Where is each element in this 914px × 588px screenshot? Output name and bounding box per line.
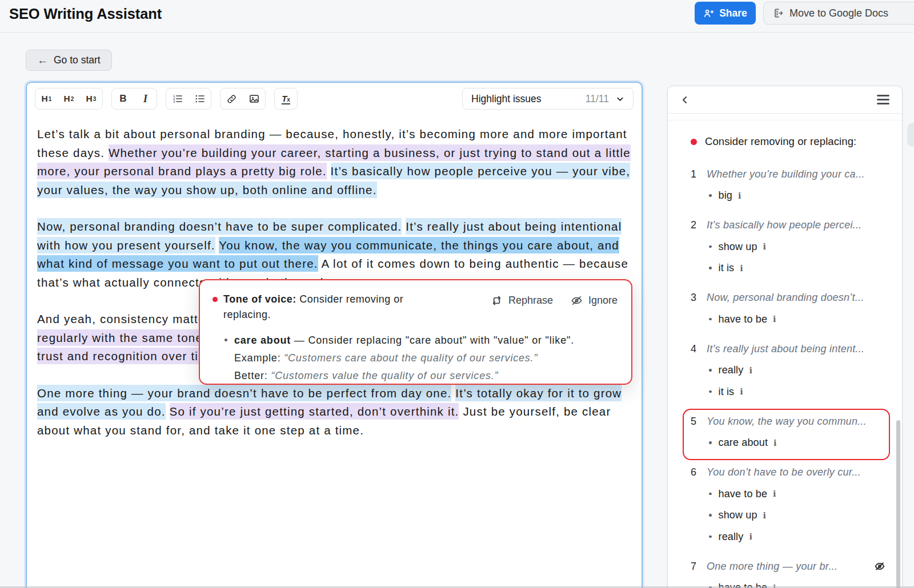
ordered-list-button[interactable]: 123 <box>166 88 189 109</box>
issue-term-row[interactable]: care aboutℹ <box>691 436 902 450</box>
issue-term: big <box>719 190 732 202</box>
issue-sentence[interactable]: 4It’s really just about being intent... <box>691 341 902 356</box>
issue-sentence[interactable]: 2It’s basically how people percei... <box>691 218 902 233</box>
highlighted-sentence[interactable]: more, your personal brand plays a pretty… <box>37 163 327 179</box>
info-icon[interactable]: ℹ <box>740 264 743 273</box>
issue-term-row[interactable]: it isℹ <box>691 261 902 276</box>
issue-term-row[interactable]: have to beℹ <box>691 486 902 501</box>
bullet-dot <box>709 535 712 538</box>
bold-button[interactable]: B <box>112 88 134 109</box>
bullet-dot <box>709 245 712 248</box>
issue-group: 6You don’t have to be overly cur...have … <box>691 465 902 545</box>
link-button[interactable] <box>221 88 243 109</box>
issue-sentence[interactable]: 6You don’t have to be overly cur... <box>691 465 902 480</box>
ignore-button[interactable]: Ignore <box>570 293 618 308</box>
bullet-dot <box>709 318 712 321</box>
issues-section-title: Consider removing or replacing: <box>691 134 902 149</box>
issue-term: care about <box>719 437 768 449</box>
share-button[interactable]: Share <box>695 2 756 25</box>
issue-sentence-preview: One more thing — your br... <box>707 561 837 573</box>
issue-term-row[interactable]: show upℹ <box>691 508 902 523</box>
issue-term: it is <box>719 262 735 274</box>
issue-number: 3 <box>691 292 707 304</box>
go-to-start-button[interactable]: ← Go to start <box>26 50 112 71</box>
issues-sidebar: Consider removing or replacing: 1Whether… <box>667 86 903 588</box>
highlighted-sentence[interactable]: It’s totally okay for it to grow <box>455 385 622 401</box>
h1-button[interactable]: H1 <box>35 88 58 109</box>
issue-group: 3Now, personal branding doesn’t...have t… <box>691 291 902 327</box>
issue-number: 6 <box>691 466 707 478</box>
highlighted-sentence[interactable]: your values, the way you show up, both o… <box>37 182 377 198</box>
divider <box>668 120 902 120</box>
h2-button[interactable]: H2 <box>58 88 80 109</box>
rephrase-button[interactable]: Rephrase <box>490 293 553 308</box>
issue-category: Tone of voice: <box>223 293 296 305</box>
issue-term-row[interactable]: reallyℹ <box>691 363 902 378</box>
image-button[interactable] <box>243 88 265 109</box>
highlight-issues-dropdown[interactable]: Highlight issues 11/11 <box>462 88 634 110</box>
highlighted-sentence[interactable]: It’s basically how people perceive you —… <box>331 163 631 179</box>
issue-term-row[interactable]: show upℹ <box>691 239 902 254</box>
page-title: SEO Writing Assistant <box>9 6 162 22</box>
bullet-dot <box>709 493 712 496</box>
bullet-dot <box>709 267 712 269</box>
bullet-list-button[interactable] <box>189 88 211 109</box>
issue-term: it is <box>719 386 735 398</box>
info-icon[interactable]: ℹ <box>738 191 741 200</box>
info-icon[interactable]: ℹ <box>749 532 752 541</box>
issue-number: 1 <box>691 168 707 180</box>
highlighted-sentence[interactable]: and evolve as you do. <box>37 403 166 420</box>
highlighted-sentence[interactable]: One more thing — your brand doesn’t have… <box>37 385 451 401</box>
text-segment <box>327 164 331 178</box>
left-arrow-icon: ← <box>37 54 48 67</box>
info-icon[interactable]: ℹ <box>773 438 777 448</box>
text-segment: about what you stand for, and take it on… <box>37 424 364 437</box>
sidebar-scrollbar[interactable] <box>896 420 900 588</box>
eye-slash-icon[interactable] <box>873 560 886 573</box>
menu-icon[interactable] <box>877 95 889 104</box>
editor-paragraph: Let’s talk a bit about personal branding… <box>37 125 634 199</box>
move-to-google-docs-button[interactable]: Move to Google Docs <box>763 2 914 25</box>
info-icon[interactable]: ℹ <box>749 366 752 375</box>
share-label: Share <box>719 7 747 19</box>
issue-term-row[interactable]: bigℹ <box>691 188 902 203</box>
issue-group: 7One more thing — your br...have to beℹ <box>691 559 902 588</box>
heading-group: H1 H2 H3 <box>35 88 103 110</box>
highlighted-sentence[interactable]: Whether you’re building your career, sta… <box>109 144 631 161</box>
issue-term-row[interactable]: it isℹ <box>691 384 902 399</box>
issue-sentence[interactable]: 5You know, the way you commun... <box>691 414 902 429</box>
highlighted-sentence[interactable]: trust and recognition over time. <box>37 348 220 364</box>
info-icon[interactable]: ℹ <box>763 242 767 251</box>
issue-term-row[interactable]: have to beℹ <box>691 312 902 327</box>
example-text: “Customers care about the quality of our… <box>284 352 538 364</box>
issue-sentence[interactable]: 3Now, personal branding doesn’t... <box>691 291 902 305</box>
h3-button[interactable]: H3 <box>80 88 102 109</box>
issue-term-row[interactable]: reallyℹ <box>691 529 902 544</box>
issue-term: show up <box>719 241 757 253</box>
text-segment: these days. <box>37 146 109 159</box>
highlighted-sentence[interactable]: So if you’re just getting started, don’t… <box>170 403 459 420</box>
highlighted-sentence[interactable]: what kind of message you want to put out… <box>37 255 318 272</box>
info-icon[interactable]: ℹ <box>740 387 743 396</box>
issue-term: have to be <box>719 313 768 325</box>
clear-formatting-button[interactable]: Tx <box>275 88 297 109</box>
bullet-dot <box>709 514 712 517</box>
info-icon[interactable]: ℹ <box>763 511 767 520</box>
highlighted-sentence[interactable]: Now, personal branding doesn’t have to b… <box>37 218 402 235</box>
italic-button[interactable]: I <box>134 88 157 109</box>
highlighted-sentence[interactable]: with how you present yourself. <box>37 237 215 253</box>
highlighted-sentence[interactable]: It’s really just about being intentional <box>406 218 622 235</box>
info-icon[interactable]: ℹ <box>773 315 776 324</box>
sidebar-header <box>668 86 902 114</box>
issue-group: 1Whether you’re building your ca...bigℹ <box>691 167 902 203</box>
bullet-dot <box>709 390 712 393</box>
ordered-list-icon: 123 <box>172 93 183 104</box>
issue-group: 5You know, the way you commun...care abo… <box>691 414 902 450</box>
info-icon[interactable]: ℹ <box>773 489 776 498</box>
issue-sentence[interactable]: 7One more thing — your br... <box>691 559 902 574</box>
issue-sentence[interactable]: 1Whether you’re building your ca... <box>691 167 902 182</box>
highlighted-sentence[interactable]: You know, the way you communicate, the t… <box>219 237 619 253</box>
chevron-left-icon[interactable] <box>680 95 689 104</box>
issue-number: 7 <box>691 561 707 573</box>
move-docs-icon <box>772 7 784 19</box>
